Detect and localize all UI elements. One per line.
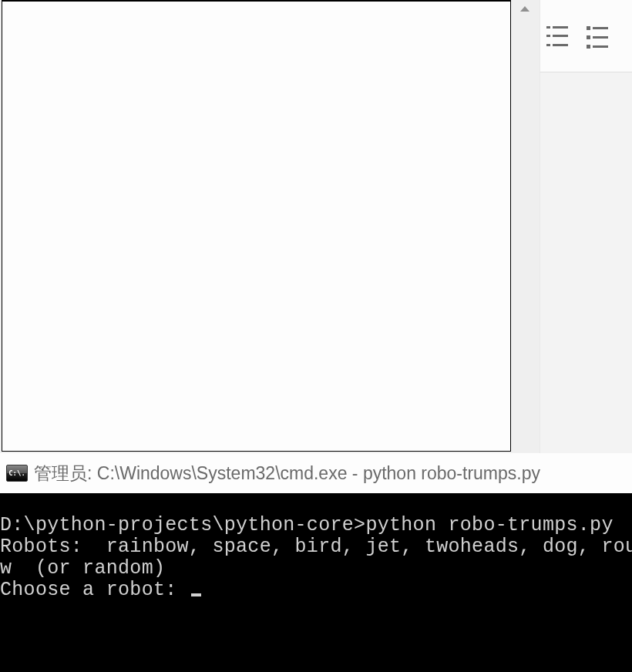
list-view-icon[interactable]: [546, 26, 570, 46]
window-title: 管理员: C:\Windows\System32\cmd.exe - pytho…: [34, 462, 540, 486]
chevron-up-icon: [520, 6, 529, 12]
top-region: [0, 0, 632, 453]
terminal-line-3: w (or random): [0, 557, 165, 580]
terminal-line-2: Robots: rainbow, space, bird, jet, twohe…: [0, 536, 632, 558]
toolbar-panel: [540, 0, 632, 72]
vertical-scrollbar[interactable]: [511, 0, 539, 452]
cmd-icon: C:\.: [6, 465, 28, 482]
cmd-icon-label: C:\.: [8, 470, 25, 477]
cmd-title-bar[interactable]: C:\. 管理员: C:\Windows\System32\cmd.exe - …: [0, 453, 632, 493]
canvas-container: [0, 0, 540, 453]
terminal-output[interactable]: D:\python-projects\python-core>python ro…: [0, 493, 632, 672]
side-area: [540, 72, 632, 453]
terminal-cursor: [191, 593, 201, 596]
terminal-line-4: Choose a robot:: [0, 579, 189, 601]
turtle-canvas[interactable]: [2, 0, 511, 452]
scrollbar-up-button[interactable]: [511, 0, 539, 17]
terminal-line-1: D:\python-projects\python-core>python ro…: [0, 514, 614, 536]
detail-view-icon[interactable]: [587, 26, 610, 46]
